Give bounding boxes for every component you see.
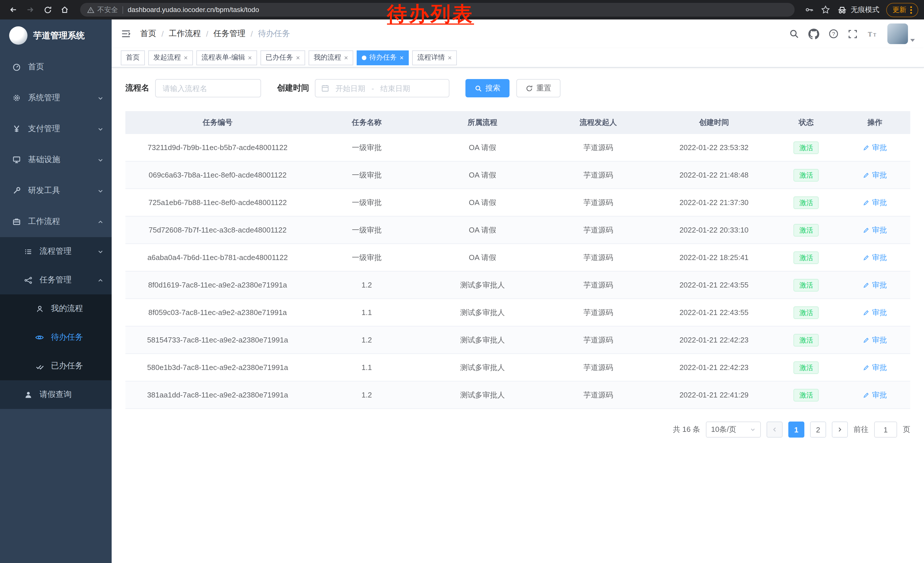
end-date-input[interactable] bbox=[378, 84, 413, 93]
approve-button[interactable]: 审批 bbox=[863, 142, 887, 153]
font-size-icon[interactable]: TT bbox=[867, 29, 878, 39]
tab-label: 待办任务 bbox=[369, 53, 397, 62]
close-icon[interactable]: × bbox=[448, 54, 452, 61]
tab-my-processes[interactable]: 我的流程× bbox=[309, 50, 353, 65]
chevron-right-icon bbox=[837, 427, 843, 432]
goto-page-input[interactable] bbox=[874, 422, 897, 438]
sidebar-item-payment[interactable]: 支付管理 bbox=[0, 113, 112, 144]
create-time-label: 创建时间 bbox=[277, 83, 309, 93]
start-date-input[interactable] bbox=[333, 84, 368, 93]
approve-button[interactable]: 审批 bbox=[863, 335, 887, 345]
pen-icon bbox=[863, 392, 870, 398]
status-badge: 激活 bbox=[794, 224, 819, 236]
tab-todo-tasks[interactable]: 待办任务× bbox=[357, 50, 409, 65]
page-size-select[interactable]: 10条/页 bbox=[706, 422, 761, 438]
tab-home[interactable]: 首页 bbox=[121, 50, 145, 65]
sidebar-item-label: 系统管理 bbox=[28, 93, 60, 103]
breadcrumb-home[interactable]: 首页 bbox=[140, 29, 156, 39]
sidebar-item-done-tasks[interactable]: 已办任务 bbox=[0, 352, 112, 380]
double-check-icon bbox=[34, 361, 45, 371]
cell-created: 2022-01-22 21:48:48 bbox=[655, 171, 773, 179]
sidebar-item-process-management[interactable]: 流程管理 bbox=[0, 237, 112, 266]
approve-button[interactable]: 审批 bbox=[863, 252, 887, 263]
approve-button[interactable]: 审批 bbox=[863, 307, 887, 318]
approve-button[interactable]: 审批 bbox=[863, 225, 887, 235]
sidebar-item-label: 待办任务 bbox=[51, 332, 83, 342]
approve-button[interactable]: 审批 bbox=[863, 170, 887, 180]
approve-button[interactable]: 审批 bbox=[863, 280, 887, 290]
reset-button[interactable]: 重置 bbox=[516, 79, 561, 98]
table-row: 069c6a63-7b8a-11ec-8ef0-acde48001122 一级审… bbox=[125, 162, 910, 189]
tab-form-edit[interactable]: 流程表单-编辑× bbox=[196, 50, 257, 65]
password-key-icon[interactable] bbox=[805, 5, 814, 14]
sidebar-item-task-management[interactable]: 任务管理 bbox=[0, 266, 112, 294]
tab-process-detail[interactable]: 流程详情× bbox=[412, 50, 457, 65]
page-button-2[interactable]: 2 bbox=[810, 422, 826, 438]
browser-update-button[interactable]: 更新 bbox=[886, 3, 918, 17]
table-row: 381aa1dd-7ac8-11ec-a9e2-a2380e71991a 1.2… bbox=[125, 381, 910, 409]
url-text: dashboard.yudao.iocoder.cn/bpm/task/todo bbox=[128, 6, 259, 14]
update-label: 更新 bbox=[892, 5, 906, 15]
kebab-menu-icon[interactable] bbox=[910, 6, 912, 14]
browser-forward-icon[interactable] bbox=[23, 2, 38, 17]
status-badge: 激活 bbox=[794, 141, 819, 154]
close-icon[interactable]: × bbox=[296, 54, 300, 61]
table-row: 725a1eb6-7b88-11ec-8ef0-acde48001122 一级审… bbox=[125, 189, 910, 216]
github-icon[interactable] bbox=[808, 29, 819, 39]
sidebar-collapse-icon[interactable] bbox=[121, 29, 131, 39]
process-name-input[interactable] bbox=[155, 79, 261, 98]
sidebar-item-system[interactable]: 系统管理 bbox=[0, 83, 112, 113]
cell-task-id: a6aba0a4-7b6d-11ec-b781-acde48001122 bbox=[125, 253, 310, 262]
col-task-id: 任务编号 bbox=[125, 117, 310, 128]
search-icon[interactable] bbox=[789, 29, 799, 39]
help-icon[interactable]: ? bbox=[828, 29, 839, 39]
browser-reload-icon[interactable] bbox=[40, 2, 55, 17]
browser-back-icon[interactable] bbox=[6, 2, 21, 17]
close-icon[interactable]: × bbox=[248, 54, 252, 61]
prev-page-button[interactable] bbox=[766, 422, 783, 438]
approve-button[interactable]: 审批 bbox=[863, 362, 887, 372]
bookmark-star-icon[interactable] bbox=[821, 5, 830, 14]
tab-start-process[interactable]: 发起流程× bbox=[148, 50, 193, 65]
cell-created: 2022-01-21 22:42:23 bbox=[655, 363, 773, 372]
app-logo[interactable]: 芋道管理系统 bbox=[0, 20, 112, 51]
sidebar-item-infrastructure[interactable]: 基础设施 bbox=[0, 144, 112, 175]
browser-home-icon[interactable] bbox=[57, 2, 72, 17]
tab-done-tasks[interactable]: 已办任务× bbox=[261, 50, 305, 65]
screen: 不安全 dashboard.yudao.iocoder.cn/bpm/task/… bbox=[0, 0, 924, 563]
cell-process: OA 请假 bbox=[424, 252, 541, 263]
branch-icon bbox=[23, 275, 33, 285]
page-button-1[interactable]: 1 bbox=[788, 422, 804, 438]
sidebar-item-workflow[interactable]: 工作流程 bbox=[0, 206, 112, 237]
security-warning-icon[interactable]: 不安全 bbox=[87, 5, 118, 15]
breadcrumb-separator: / bbox=[162, 29, 164, 38]
sidebar-item-leave-query[interactable]: 请假查询 bbox=[0, 380, 112, 409]
approve-button[interactable]: 审批 bbox=[863, 390, 887, 400]
search-button[interactable]: 搜索 bbox=[465, 79, 510, 98]
close-icon[interactable]: × bbox=[184, 54, 188, 61]
sidebar-item-dev-tools[interactable]: 研发工具 bbox=[0, 175, 112, 206]
user-menu[interactable] bbox=[887, 24, 915, 44]
incognito-badge: 无痕模式 bbox=[837, 5, 879, 15]
tab-label: 已办任务 bbox=[266, 53, 293, 62]
sidebar-item-label: 支付管理 bbox=[28, 124, 60, 134]
breadcrumb-task-management[interactable]: 任务管理 bbox=[213, 29, 246, 39]
close-icon[interactable]: × bbox=[344, 54, 348, 61]
user-avatar[interactable] bbox=[887, 24, 908, 44]
next-page-button[interactable] bbox=[832, 422, 848, 438]
cell-initiator: 芋道源码 bbox=[541, 225, 655, 235]
close-icon[interactable]: × bbox=[400, 54, 404, 61]
cell-process: OA 请假 bbox=[424, 142, 541, 153]
sidebar-item-label: 请假查询 bbox=[39, 389, 72, 400]
sidebar-item-todo-tasks[interactable]: 待办任务 bbox=[0, 323, 112, 352]
sidebar-item-my-processes[interactable]: 我的流程 bbox=[0, 294, 112, 323]
date-range-picker[interactable]: - bbox=[315, 79, 449, 98]
monitor-icon bbox=[12, 155, 22, 165]
chevron-down-icon bbox=[98, 95, 104, 101]
approve-button[interactable]: 审批 bbox=[863, 197, 887, 208]
breadcrumb-workflow[interactable]: 工作流程 bbox=[169, 29, 201, 39]
cell-task-name: 1.1 bbox=[310, 308, 424, 317]
sidebar-item-home[interactable]: 首页 bbox=[0, 51, 112, 83]
pen-icon bbox=[863, 144, 870, 151]
fullscreen-icon[interactable] bbox=[848, 29, 858, 39]
